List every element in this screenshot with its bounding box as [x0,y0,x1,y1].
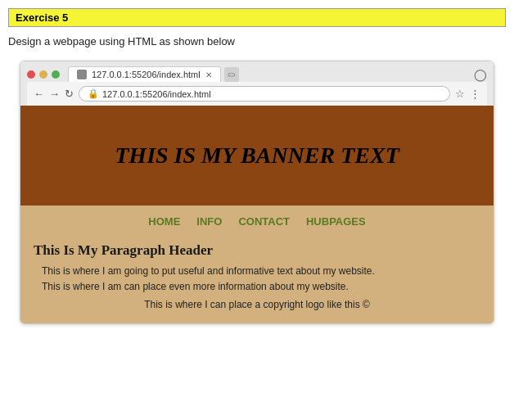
instruction-text: Design a webpage using HTML as shown bel… [8,35,506,47]
browser-tab[interactable]: 127.0.0.1:55206/index.html ✕ [68,66,221,82]
paragraph-text-2: This is where I am can place even more i… [42,281,480,292]
minimize-button-dot[interactable] [39,70,47,79]
back-button[interactable]: ← [34,88,44,100]
banner-section: THIS IS MY BANNER TEXT [20,106,494,205]
paragraph-header: This Is My Paragraph Header [34,242,480,259]
new-tab-button[interactable]: ▭ [224,67,239,82]
copyright-text: This is where I can place a copyright lo… [34,299,480,310]
tab-url-label: 127.0.0.1:55206/index.html [92,70,201,79]
tab-favicon-icon [77,70,87,79]
tab-close-icon[interactable]: ✕ [205,70,212,79]
browser-tab-bar: 127.0.0.1:55206/index.html ✕ ▭ ◯ [27,66,487,82]
close-button-dot[interactable] [27,70,35,79]
nav-link-contact[interactable]: CONTACT [238,215,290,228]
nav-link-hubpages[interactable]: HUBPAGES [306,215,366,228]
forward-button[interactable]: → [49,88,60,100]
nav-link-home[interactable]: HOME [148,215,180,228]
nav-bar: HOME INFO CONTACT HUBPAGES [20,205,494,237]
webpage-content: THIS IS MY BANNER TEXT HOME INFO CONTACT… [20,106,494,323]
paragraph-text-1: This is where I am going to put useful a… [42,265,480,277]
maximize-button-dot[interactable] [52,70,60,79]
nav-link-info[interactable]: INFO [196,215,222,228]
secure-icon: 🔒 [88,88,99,99]
profile-icon[interactable]: ◯ [474,68,487,81]
address-bar: ← → ↻ 🔒 127.0.0.1:55206/index.html ☆ ⋮ [27,82,487,106]
address-url-text: 127.0.0.1:55206/index.html [102,89,211,99]
address-field[interactable]: 🔒 127.0.0.1:55206/index.html [79,86,450,102]
browser-chrome: 127.0.0.1:55206/index.html ✕ ▭ ◯ ← → ↻ 🔒… [20,61,494,106]
banner-text: THIS IS MY BANNER TEXT [115,142,399,168]
page-body: This Is My Paragraph Header This is wher… [20,237,494,323]
nav-links: HOME INFO CONTACT HUBPAGES [20,215,494,228]
exercise-header: Exercise 5 [8,8,506,27]
reload-button[interactable]: ↻ [65,88,74,100]
window-controls [27,70,60,79]
menu-icon[interactable]: ⋮ [470,88,480,100]
browser-window: 127.0.0.1:55206/index.html ✕ ▭ ◯ ← → ↻ 🔒… [20,61,494,324]
bookmark-icon[interactable]: ☆ [455,88,465,100]
